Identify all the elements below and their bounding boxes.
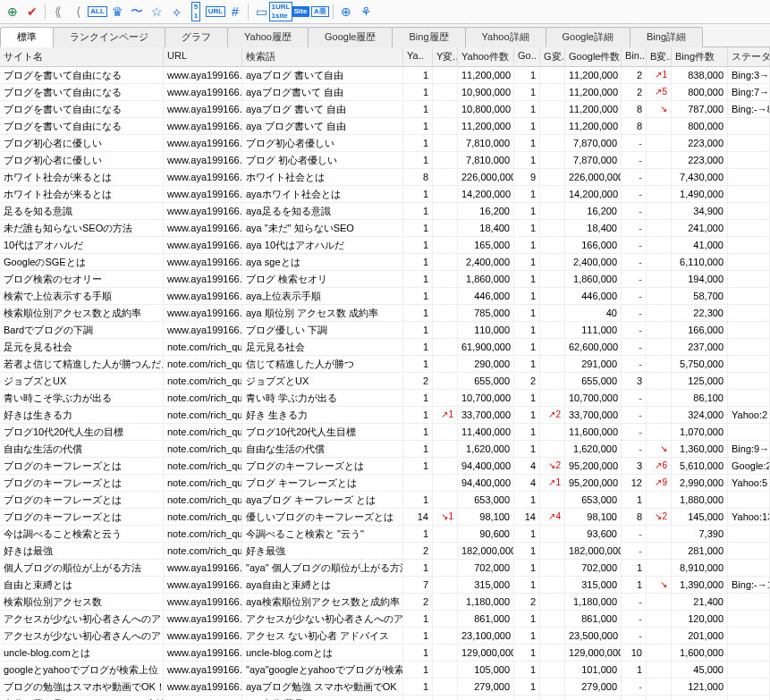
cell-url[interactable]: www.aya199166.co [164, 84, 242, 101]
cell-bn[interactable]: 1,070,000 [672, 424, 728, 441]
cell-url[interactable]: note.com/rich_quin [164, 373, 242, 390]
cell-yc[interactable] [433, 441, 458, 458]
cell-kw[interactable]: aya 順位別 アクセス数 成約率 [242, 305, 403, 322]
cell-site[interactable]: 好きは生きる力 [0, 407, 164, 424]
cell-bi[interactable]: - [622, 220, 647, 237]
cell-gc[interactable] [540, 101, 565, 118]
cell-bi[interactable]: - [622, 407, 647, 424]
cell-ya[interactable]: 1 [403, 237, 433, 254]
cell-bc[interactable] [647, 628, 672, 645]
cell-st[interactable]: Bing:7→2 [728, 84, 770, 101]
cell-ya[interactable]: 2 [403, 543, 433, 560]
cell-gc[interactable]: ↗2 [540, 407, 565, 424]
cell-site[interactable]: 若者よ信じて精進した人が勝つんだよ。 [0, 356, 164, 373]
cell-gc[interactable] [540, 356, 565, 373]
cell-bn[interactable]: 166,000 [672, 322, 728, 339]
cell-gn[interactable]: 14,200,000 [565, 186, 622, 203]
cell-st[interactable]: Bing:9→- [728, 441, 770, 458]
cell-site[interactable]: ホワイト社会が来るとは [0, 186, 164, 203]
cell-kw[interactable]: aya ブログ書いて 自由 [242, 118, 403, 135]
cell-go[interactable]: 1 [514, 305, 540, 322]
cell-url[interactable]: www.aya199166.co [164, 237, 242, 254]
cell-bc[interactable] [647, 220, 672, 237]
cell-gc[interactable] [540, 526, 565, 543]
cell-gn[interactable]: 11,200,000 [565, 67, 622, 84]
cell-ya[interactable]: 1 [403, 628, 433, 645]
cell-bc[interactable] [647, 679, 672, 696]
cell-kw[interactable]: ブログ初心者優しい [242, 135, 403, 152]
cell-yn[interactable]: 110,000 [458, 322, 514, 339]
cell-bn[interactable]: 1,880,000 [672, 492, 728, 509]
cell-yc[interactable] [433, 390, 458, 407]
cell-yc[interactable] [433, 203, 458, 220]
cell-kw[interactable]: ayaブログ キーフレーズ とは [242, 492, 403, 509]
cell-bi[interactable]: - [622, 322, 647, 339]
cell-yc[interactable] [433, 526, 458, 543]
cell-url[interactable]: note.com/rich_quin [164, 407, 242, 424]
cell-st[interactable] [728, 373, 770, 390]
cell-go[interactable]: 1 [514, 441, 540, 458]
cell-yn[interactable]: 655,000 [458, 373, 514, 390]
cell-bc[interactable] [647, 237, 672, 254]
cell-gc[interactable]: ↗4 [540, 509, 565, 526]
cell-bn[interactable]: 209,000 [672, 696, 728, 700]
cell-site[interactable]: 検索順位別アクセス数 [0, 594, 164, 611]
cell-ya[interactable]: 1 [403, 152, 433, 169]
column-header[interactable]: Google件数 [565, 47, 622, 67]
cell-kw[interactable]: "aya" 個人ブログの順位が上がる方法 [242, 560, 403, 577]
cell-bi[interactable]: 3 [622, 373, 647, 390]
cell-url[interactable]: www.aya199166.co [164, 254, 242, 271]
chart-icon[interactable]: 〜 [128, 3, 146, 21]
cell-gn[interactable]: 33,700,000 [565, 407, 622, 424]
cell-bc[interactable] [647, 271, 672, 288]
cell-kw[interactable]: ayaブログ書いて 自由 [242, 84, 403, 101]
cell-yn[interactable]: 7,810,000 [458, 152, 514, 169]
cell-kw[interactable]: ayaブログ勉強 スマホや動画でOK [242, 679, 403, 696]
cell-yn[interactable]: 1,180,000 [458, 594, 514, 611]
cell-site[interactable]: 個人ブログの順位が上がる方法 [0, 560, 164, 577]
cell-bn[interactable]: 7,390 [672, 526, 728, 543]
cell-gn[interactable]: 279,000 [565, 679, 622, 696]
cell-bc[interactable] [647, 424, 672, 441]
cell-st[interactable] [728, 118, 770, 135]
cell-yn[interactable]: 290,000 [458, 356, 514, 373]
cell-site[interactable]: 検索順位別アクセス数と成約率 [0, 305, 164, 322]
cell-bc[interactable] [647, 339, 672, 356]
cell-yc[interactable] [433, 696, 458, 700]
cell-site[interactable]: ブログを書いて自由になる [0, 118, 164, 135]
cell-gn[interactable]: 98,100 [565, 509, 622, 526]
cell-gn[interactable]: 10,700,000 [565, 390, 622, 407]
cell-bi[interactable]: 12 [622, 475, 647, 492]
cell-gc[interactable] [540, 84, 565, 101]
cell-site[interactable]: uncle-blog.comとは [0, 645, 164, 662]
cell-go[interactable]: 1 [514, 322, 540, 339]
cell-gn[interactable]: 62,600,000 [565, 339, 622, 356]
cell-st[interactable] [728, 645, 770, 662]
cell-gn[interactable]: 93,600 [565, 526, 622, 543]
cell-go[interactable]: 1 [514, 288, 540, 305]
cell-url[interactable]: www.aya199166.co [164, 560, 242, 577]
star-icon[interactable]: ☆ [148, 3, 165, 21]
cell-gn[interactable]: 15,400,000 [565, 696, 622, 700]
cell-gc[interactable]: ↗1 [540, 475, 565, 492]
cell-bi[interactable]: 8 [622, 101, 647, 118]
window-icon[interactable]: ▭ [252, 3, 270, 21]
cell-gc[interactable] [540, 492, 565, 509]
cell-go[interactable]: 1 [514, 101, 540, 118]
cell-bc[interactable] [647, 662, 672, 679]
cell-url[interactable]: note.com/rich_quin [164, 339, 242, 356]
cell-bi[interactable]: 1 [622, 492, 647, 509]
cell-ya[interactable]: 1 [403, 645, 433, 662]
cell-site[interactable]: ブログ検索のセオリー [0, 271, 164, 288]
cell-ya[interactable]: 1 [403, 288, 433, 305]
cell-st[interactable] [728, 611, 770, 628]
cell-bi[interactable]: 8 [622, 509, 647, 526]
cell-bc[interactable] [647, 254, 672, 271]
cell-bn[interactable]: 5,610,000 [672, 458, 728, 475]
cell-ya[interactable]: 1 [403, 407, 433, 424]
cell-st[interactable] [728, 322, 770, 339]
cell-site[interactable]: 足元を見る社会 [0, 339, 164, 356]
cell-gn[interactable]: 95,200,000 [565, 475, 622, 492]
cell-go[interactable]: 1 [514, 407, 540, 424]
cell-url[interactable]: note.com/rich_quin [164, 475, 242, 492]
